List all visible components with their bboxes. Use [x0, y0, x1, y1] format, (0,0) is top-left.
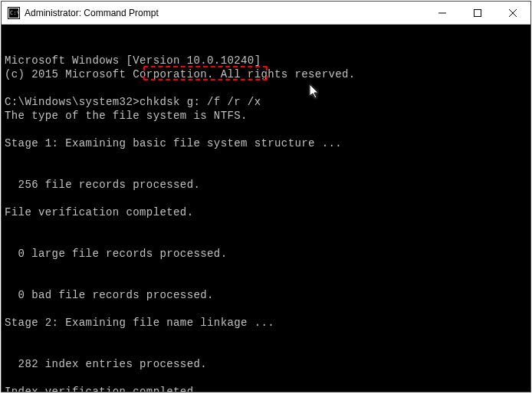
minimize-button[interactable] [425, 2, 460, 24]
terminal-line [5, 219, 527, 233]
terminal-line [5, 123, 527, 136]
terminal-line [5, 192, 527, 205]
terminal-line: Stage 2: Examining file name linkage ... [5, 316, 527, 330]
terminal-line [5, 261, 527, 274]
svg-rect-5 [475, 9, 481, 16]
terminal-output: Microsoft Windows [Version 10.0.10240](c… [5, 54, 527, 392]
terminal-line: 256 file records processed. [5, 178, 527, 192]
terminal-line [5, 343, 527, 357]
terminal-line: 282 index entries processed. [5, 357, 527, 371]
terminal-line: Microsoft Windows [Version 10.0.10240] [5, 54, 527, 67]
terminal-line: Stage 1: Examining basic file system str… [5, 136, 527, 150]
terminal-line [5, 164, 527, 178]
terminal-line [5, 150, 527, 164]
terminal-line [5, 233, 527, 247]
terminal-line [5, 274, 527, 288]
terminal-line [5, 371, 527, 385]
terminal-line: File verification completed. [5, 205, 527, 219]
terminal-line: The type of the file system is NTFS. [5, 109, 527, 123]
command-prompt-window: C:\ Administrator: Command Prompt Micros… [1, 1, 531, 392]
terminal-area[interactable]: Microsoft Windows [Version 10.0.10240](c… [2, 25, 530, 392]
terminal-line: Index verification completed. [5, 385, 527, 392]
terminal-line: (c) 2015 Microsoft Corporation. All righ… [5, 67, 527, 81]
cmd-icon: C:\ [8, 7, 20, 19]
close-button[interactable] [495, 2, 530, 24]
terminal-line [5, 302, 527, 316]
svg-text:C:\: C:\ [10, 10, 20, 16]
titlebar[interactable]: C:\ Administrator: Command Prompt [2, 2, 530, 25]
terminal-line: 0 large file records processed. [5, 247, 527, 261]
terminal-line: C:\Windows\system32>chkdsk g: /f /r /x [5, 95, 527, 109]
terminal-line [5, 81, 527, 95]
window-controls [425, 2, 530, 24]
window-title: Administrator: Command Prompt [25, 8, 425, 18]
terminal-line [5, 330, 527, 343]
terminal-line: 0 bad file records processed. [5, 288, 527, 302]
maximize-button[interactable] [460, 2, 495, 24]
